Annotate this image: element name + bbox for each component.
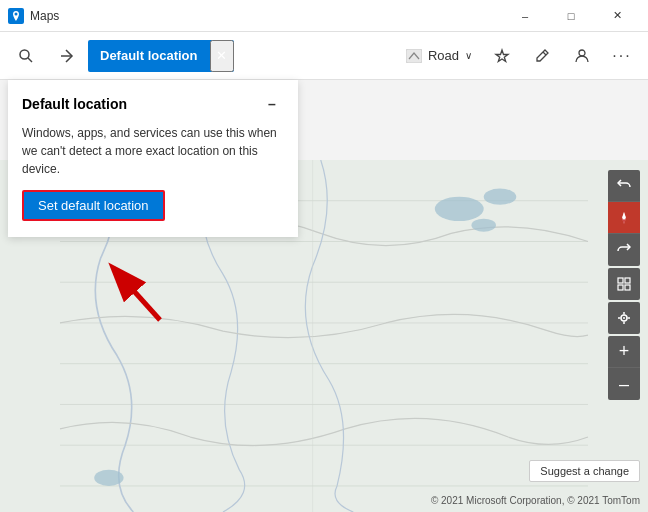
map-controls: + – — [608, 170, 640, 402]
zoom-group: + – — [608, 336, 640, 400]
svg-rect-25 — [625, 278, 630, 283]
road-view-dropdown[interactable]: Road ∨ — [398, 44, 480, 67]
maximize-button[interactable]: □ — [548, 0, 594, 32]
svg-rect-3 — [406, 49, 422, 63]
zoom-out-button[interactable]: – — [608, 368, 640, 400]
compass-group — [608, 170, 640, 266]
chevron-down-icon: ∨ — [465, 50, 472, 61]
svg-point-15 — [484, 189, 517, 205]
svg-rect-26 — [618, 285, 623, 290]
svg-rect-24 — [618, 278, 623, 283]
svg-point-23 — [623, 216, 626, 219]
svg-point-17 — [94, 470, 123, 486]
my-location-button[interactable] — [608, 302, 640, 334]
suggest-change-button[interactable]: Suggest a change — [529, 460, 640, 482]
svg-rect-27 — [625, 285, 630, 290]
svg-point-1 — [20, 50, 29, 59]
popup-header: Default location – — [22, 92, 284, 116]
set-default-location-button[interactable]: Set default location — [22, 190, 165, 221]
view-type-group — [608, 268, 640, 300]
directions-icon[interactable] — [48, 38, 84, 74]
popup-card: Default location – Windows, apps, and se… — [8, 80, 298, 237]
map-container[interactable]: Default location – Windows, apps, and se… — [0, 80, 648, 512]
grid-view-button[interactable] — [608, 268, 640, 300]
rotate-right-button[interactable] — [608, 234, 640, 266]
panel-header-bar: Default location ✕ — [88, 40, 234, 72]
copyright-text: © 2021 Microsoft Corporation, © 2021 Tom… — [431, 495, 640, 506]
more-icon[interactable]: ··· — [604, 38, 640, 74]
panel-tab-title: Default location — [88, 42, 210, 69]
svg-point-16 — [471, 219, 495, 232]
close-button[interactable]: ✕ — [594, 0, 640, 32]
svg-point-29 — [623, 317, 625, 319]
favorites-icon[interactable] — [484, 38, 520, 74]
svg-point-14 — [435, 197, 484, 221]
svg-line-2 — [28, 58, 32, 62]
title-bar: Maps – □ ✕ — [0, 0, 648, 32]
app-body: Default location ✕ Road ∨ — [0, 32, 648, 512]
toolbar: Default location ✕ Road ∨ — [0, 32, 648, 80]
minimize-button[interactable]: – — [502, 0, 548, 32]
zoom-in-button[interactable]: + — [608, 336, 640, 368]
window-controls: – □ ✕ — [502, 0, 640, 32]
account-icon[interactable] — [564, 38, 600, 74]
pen-icon[interactable] — [524, 38, 560, 74]
popup-minimize-button[interactable]: – — [260, 92, 284, 116]
maps-logo-icon — [8, 8, 24, 24]
svg-point-4 — [579, 50, 585, 56]
popup-description: Windows, apps, and services can use this… — [22, 124, 284, 178]
road-label: Road — [428, 48, 459, 63]
panel-close-button[interactable]: ✕ — [210, 40, 234, 72]
search-icon[interactable] — [8, 38, 44, 74]
popup-title: Default location — [22, 96, 127, 112]
rotate-left-button[interactable] — [608, 170, 640, 202]
app-title: Maps — [30, 9, 502, 23]
location-group — [608, 302, 640, 334]
compass-north-button[interactable] — [608, 202, 640, 234]
